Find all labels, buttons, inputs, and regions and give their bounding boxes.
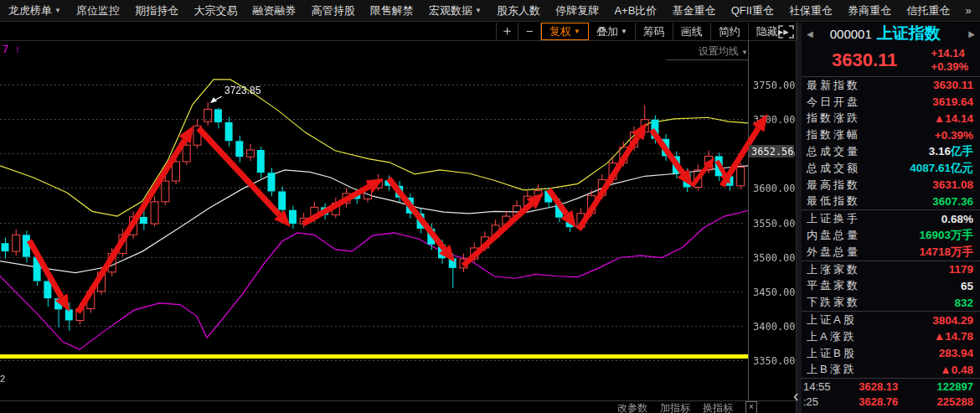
chevron-down-icon: ▼ <box>574 28 580 35</box>
stat-label: 最高指数 <box>807 178 860 193</box>
menu-item-13[interactable]: QFII重仓 <box>731 3 774 18</box>
stat-label: 平盘家数 <box>807 278 860 293</box>
zoom-in-button[interactable]: ＋ <box>496 23 518 40</box>
stat-value: ▲14.14 <box>934 112 973 125</box>
stat-row: 总成交量3.16亿手 <box>797 143 980 160</box>
toolbar-画线-button[interactable]: 画线 <box>673 23 711 40</box>
stat-label: 下跌家数 <box>807 295 860 310</box>
stat-row: 最新指数3630.11 <box>797 77 980 94</box>
panel-scrollbar[interactable] <box>797 23 802 413</box>
stat-label: 上证A股 <box>807 312 857 328</box>
zoom-out-button[interactable]: － <box>518 23 541 40</box>
menu-item-9[interactable]: 股东人数 <box>497 3 540 18</box>
last-price: 3630.11 <box>832 49 897 71</box>
menu-item-12[interactable]: 基金重仓 <box>673 3 716 18</box>
stat-row: 上证B股283.94 <box>797 345 980 362</box>
menu-item-16[interactable]: 信托重仓 <box>906 3 950 18</box>
menu-item-3[interactable]: 期指持仓 <box>135 3 178 18</box>
axis-fragment: 2 <box>0 374 5 384</box>
stat-label: 上涨家数 <box>807 262 860 277</box>
tick-row: 14:553628.13122897 <box>797 379 980 394</box>
stat-value: 0.68% <box>941 213 973 225</box>
stat-row: 外盘总量14718万手 <box>797 244 980 261</box>
stat-value: 3631.08 <box>932 178 973 191</box>
stat-label: 上证换手 <box>807 211 860 226</box>
stat-value: 1179 <box>949 263 973 276</box>
toolbar-复权-button[interactable]: 复权▼ <box>541 23 589 40</box>
menu-overflow-icon[interactable]: » <box>966 4 972 17</box>
stat-row: 指数涨跌▲14.14 <box>797 111 980 127</box>
panel-collapse-handle[interactable]: ‹ <box>793 387 799 404</box>
stock-name: 上证指数 <box>877 23 964 44</box>
menu-item-10[interactable]: 停牌复牌 <box>555 3 599 18</box>
menu-item-6[interactable]: 高管持股 <box>312 3 355 18</box>
change-percent: +0.39% <box>931 60 968 73</box>
close-icon[interactable]: × <box>745 401 757 413</box>
stat-row: 最高指数3631.08 <box>797 177 980 194</box>
stat-value: 3619.64 <box>932 96 973 108</box>
toolbar-筹码-button[interactable]: 筹码 <box>636 23 673 40</box>
stat-value: 283.94 <box>939 347 973 359</box>
menu-item-15[interactable]: 券商重仓 <box>848 3 891 18</box>
stat-row: 上A涨跌▲14.78 <box>797 328 980 345</box>
stat-row: 最低指数3607.36 <box>797 194 980 210</box>
stat-row: 下跌家数832 <box>797 294 980 311</box>
menu-item-5[interactable]: 融资融券 <box>253 3 297 18</box>
ma-settings-label: 设置均线 <box>699 45 739 57</box>
stat-row: 上证换手0.68% <box>797 210 980 227</box>
chart-tool-换指标[interactable]: 换指标 <box>703 401 733 413</box>
menu-item-1[interactable]: 龙虎榜单▼ <box>8 3 61 18</box>
toolbar-隐藏▸▸-button[interactable]: 隐藏▸▸ <box>749 23 797 40</box>
menu-item-8[interactable]: 宏观数据▼ <box>429 3 482 18</box>
menu-item-11[interactable]: A+B比价 <box>614 3 657 18</box>
candlestick-chart[interactable] <box>0 23 796 413</box>
stat-unit: 亿手 <box>951 145 973 157</box>
stat-label: 最新指数 <box>807 78 860 93</box>
stock-code: 000001 <box>830 27 872 41</box>
stat-label: 指数涨幅 <box>807 127 860 142</box>
chevron-down-icon: ▼ <box>741 49 748 56</box>
toolbar-简约-button[interactable]: 简约 <box>711 23 749 40</box>
chart-toolbar: ＋－复权▼叠加▼筹码画线简约隐藏▸▸ <box>496 23 797 40</box>
stat-label: 总成交量 <box>807 144 860 159</box>
toolbar-叠加-button[interactable]: 叠加▼ <box>589 23 636 40</box>
top-menu-bar: 龙虎榜单▼席位监控期指持仓大宗交易融资融券高管持股限售解禁宏观数据▼股东人数停牌… <box>0 0 980 22</box>
chart-tool-改参数[interactable]: 改参数 <box>617 401 647 413</box>
menu-item-2[interactable]: 席位监控 <box>76 3 120 18</box>
stat-row: 指数涨幅+0.39% <box>797 126 980 143</box>
menu-item-4[interactable]: 大宗交易 <box>193 3 237 18</box>
stat-label: 今日开盘 <box>807 95 860 110</box>
change-value: +14.14 <box>931 47 965 59</box>
stat-row: 今日开盘3619.64 <box>797 94 980 111</box>
stat-value: 3607.36 <box>932 195 973 208</box>
stat-value: 65 <box>961 280 973 292</box>
stat-value: ▲0.48 <box>940 364 973 376</box>
prev-stock-arrow[interactable]: ◀ <box>807 29 813 39</box>
menu-item-7[interactable]: 限售解禁 <box>370 3 414 18</box>
stat-value: ▲14.78 <box>934 330 973 343</box>
indicator-marker: 7 ↑ <box>3 43 22 55</box>
stat-value: 14718万手 <box>919 245 973 260</box>
stat-row: 上B涨跌▲0.48 <box>797 362 980 379</box>
ma-settings-dropdown[interactable]: 设置均线 ▼ <box>666 44 748 60</box>
tick-row: :253628.76225288 <box>797 394 980 409</box>
stat-row: 上证A股3804.29 <box>797 312 980 328</box>
chart-tool-加指标[interactable]: 加指标 <box>660 401 690 413</box>
chevron-down-icon: ▼ <box>54 7 61 14</box>
stat-label: 上A涨跌 <box>807 329 857 344</box>
price-change: +14.14 +0.39% <box>931 47 968 75</box>
stat-row: 上涨家数1179 <box>797 261 980 278</box>
stat-label: 总成交额 <box>807 161 860 176</box>
stat-value: 16903万手 <box>919 228 973 243</box>
stat-label: 外盘总量 <box>807 245 860 260</box>
chevron-down-icon: ▼ <box>621 28 627 35</box>
next-stock-arrow[interactable]: ▶ <box>968 29 975 39</box>
menu-item-14[interactable]: 社保重仓 <box>789 3 833 18</box>
stat-value: 4087.61亿元 <box>910 161 973 176</box>
stat-label: 上B涨跌 <box>807 362 857 377</box>
chevron-down-icon: ▼ <box>475 7 482 14</box>
stat-label: 内盘总量 <box>807 228 860 243</box>
stat-label: 上证B股 <box>807 346 857 361</box>
stat-value: 3.16亿手 <box>929 144 973 159</box>
stat-value: +0.39% <box>935 129 973 142</box>
